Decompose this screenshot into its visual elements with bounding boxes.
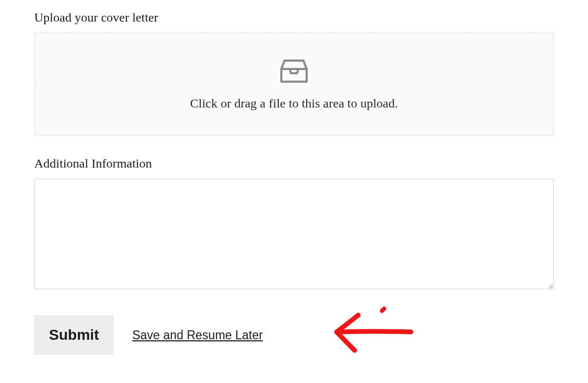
submit-button[interactable]: Submit bbox=[34, 315, 114, 355]
inbox-icon bbox=[278, 57, 310, 87]
cover-letter-label: Upload your cover letter bbox=[34, 11, 554, 25]
cover-letter-field: Upload your cover letter Click or drag a… bbox=[34, 11, 554, 135]
additional-information-textarea[interactable] bbox=[34, 179, 554, 289]
upload-instruction-text: Click or drag a file to this area to upl… bbox=[190, 96, 398, 111]
additional-information-field: Additional Information bbox=[34, 156, 554, 315]
save-and-resume-link[interactable]: Save and Resume Later bbox=[132, 328, 263, 342]
form-actions: Submit Save and Resume Later bbox=[34, 315, 554, 355]
additional-information-label: Additional Information bbox=[34, 156, 554, 171]
upload-dropzone[interactable]: Click or drag a file to this area to upl… bbox=[34, 33, 554, 135]
